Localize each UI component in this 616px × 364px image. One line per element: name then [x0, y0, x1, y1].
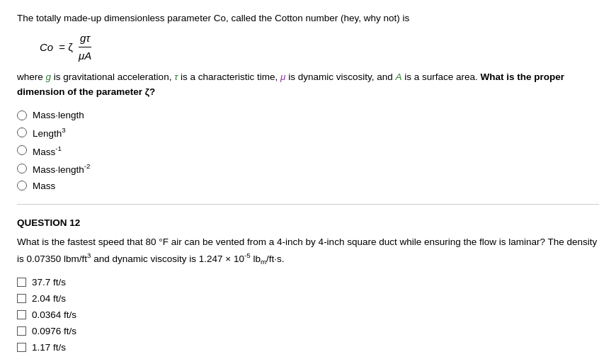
q11-option-2-label: Length3: [33, 126, 66, 139]
q11-option-5-label: Mass: [33, 181, 55, 191]
q11-option-1: Mass·length: [17, 110, 599, 120]
mu-variable: μ: [280, 72, 285, 82]
A-variable: A: [395, 72, 401, 82]
q11-option-4: Mass·length-2: [17, 162, 599, 175]
tau-variable: τ: [174, 72, 178, 82]
q12-checkbox-1[interactable]: [17, 278, 26, 287]
q12-text: What is the fastest speed that 80 °F air…: [17, 235, 599, 267]
q11-option-2: Length3: [17, 126, 599, 139]
q12-option-4-label: 0.0976 ft/s: [32, 326, 76, 336]
q11-radio-4[interactable]: [17, 164, 27, 174]
q11-option-3: Mass-1: [17, 144, 599, 157]
q11-option-1-label: Mass·length: [33, 110, 84, 120]
q12-option-5: 1.17 ft/s: [17, 342, 599, 353]
q11-option-3-label: Mass-1: [33, 144, 62, 157]
q12-option-2: 2.04 ft/s: [17, 293, 599, 304]
q11-options: Mass·length Length3 Mass-1 Mass·length-2…: [17, 110, 599, 191]
q12-option-4: 0.0976 ft/s: [17, 326, 599, 336]
q11-radio-3[interactable]: [17, 145, 27, 155]
q12-option-5-label: 1.17 ft/s: [32, 342, 66, 353]
q11-radio-1[interactable]: [17, 110, 27, 120]
q12-option-2-label: 2.04 ft/s: [32, 293, 66, 304]
g-variable: g: [46, 72, 52, 82]
q11-radio-2[interactable]: [17, 127, 27, 137]
q12-label: QUESTION 12: [17, 217, 599, 228]
q11-option-5: Mass: [17, 181, 599, 191]
q11-option-4-label: Mass·length-2: [33, 162, 90, 175]
q12-checkbox-4[interactable]: [17, 326, 26, 336]
q12-option-3: 0.0364 ft/s: [17, 309, 599, 320]
q12-checkbox-5[interactable]: [17, 343, 26, 352]
q12-option-1: 37.7 ft/s: [17, 277, 599, 288]
q11-intro: The totally made-up dimensionless parame…: [17, 11, 599, 25]
section-divider: [17, 204, 599, 205]
q12-option-1-label: 37.7 ft/s: [32, 277, 66, 288]
q12-options: 37.7 ft/s 2.04 ft/s 0.0364 ft/s 0.0976 f…: [17, 277, 599, 353]
q11-radio-5[interactable]: [17, 181, 27, 190]
q11-description: where g is gravitational acceleration, τ…: [17, 70, 599, 100]
q11-question-text: What is the proper dimension of the para…: [17, 72, 564, 97]
q11-formula: Co = ζ gτ μA: [40, 30, 599, 64]
q12-checkbox-3[interactable]: [17, 310, 26, 319]
q12-checkbox-2[interactable]: [17, 294, 26, 303]
q12-option-3-label: 0.0364 ft/s: [32, 309, 76, 320]
